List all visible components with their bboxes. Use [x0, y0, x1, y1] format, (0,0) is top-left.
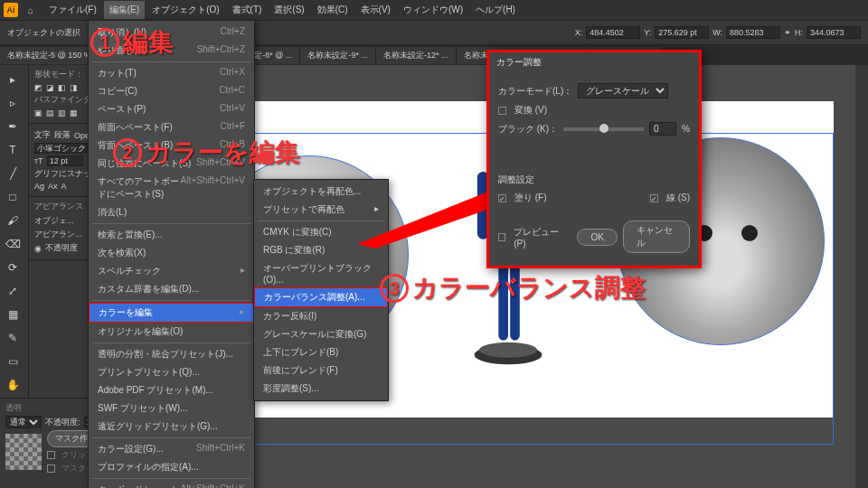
submenu-item[interactable]: 前後にブレンド(F) [254, 361, 388, 380]
menu-item[interactable]: 背面へペースト(B)Ctrl+B [89, 136, 254, 155]
pen-tool-icon[interactable]: ✒ [0, 116, 25, 137]
pathfinder-icon[interactable]: ◪ [46, 83, 54, 92]
menu-item[interactable]: 前面へペースト(F)Ctrl+F [89, 118, 254, 136]
preview-checkbox[interactable] [498, 233, 505, 241]
menu-item[interactable]: スペルチェック▸ [89, 262, 254, 280]
menu-item[interactable]: プリントプリセット(Q)... [89, 363, 254, 381]
black-slider[interactable] [563, 127, 644, 131]
menu-object[interactable]: オブジェクト(O) [146, 1, 224, 19]
rect-tool-icon[interactable]: □ [0, 186, 25, 208]
h-input[interactable] [807, 26, 861, 39]
menu-file[interactable]: ファイル(F) [43, 1, 102, 19]
eyedropper-tool-icon[interactable]: ✎ [0, 327, 25, 349]
opacity-label: 不透明度 [45, 242, 78, 254]
color-mode-select[interactable]: グレースケール [578, 83, 668, 99]
menu-item[interactable]: キーボードショートカット(K)...Alt+Shift+Ctrl+K [89, 481, 254, 488]
stroke-checkbox[interactable] [650, 194, 658, 202]
pathfinder-icon[interactable]: ◨ [70, 83, 78, 92]
submenu-item[interactable]: 上下にブレンド(B) [254, 343, 388, 361]
w-input[interactable] [726, 26, 780, 39]
black-label: ブラック (K)： [498, 123, 558, 136]
invert-checkbox[interactable] [47, 465, 55, 473]
char-tab[interactable]: 文字 [34, 129, 51, 141]
submenu-item[interactable]: カラーバランス調整(A)... [254, 287, 388, 307]
menu-item[interactable]: すべてのアートボードにペースト(S)Alt+Shift+Ctrl+V [89, 173, 254, 203]
menu-item[interactable]: 消去(L) [89, 203, 254, 221]
submenu-item[interactable]: グレースケールに変換(G) [254, 325, 388, 343]
y-label: Y: [644, 28, 651, 37]
brush-tool-icon[interactable]: 🖌 [0, 210, 25, 231]
submenu-item[interactable]: オーバープリントブラック(O)... [254, 259, 388, 287]
menu-select[interactable]: 選択(S) [269, 1, 309, 19]
menu-item[interactable]: Adobe PDF プリセット(M)... [89, 381, 254, 399]
menu-edit[interactable]: 編集(E) [104, 1, 145, 19]
y-input[interactable] [655, 26, 709, 39]
pathfinder-icon[interactable]: ◧ [58, 83, 66, 92]
ok-button[interactable]: OK [577, 229, 617, 246]
line-tool-icon[interactable]: ╱ [0, 163, 25, 184]
doc-tab[interactable]: 名称未設定-12* ... [376, 47, 457, 64]
menu-effect[interactable]: 効果(C) [312, 1, 354, 19]
clip-checkbox[interactable] [47, 451, 55, 459]
blend-mode-select[interactable]: 通常 [5, 416, 42, 428]
right-panel-dock[interactable] [855, 65, 868, 488]
selection-tool-icon[interactable]: ▸ [0, 69, 25, 90]
glyph-icon[interactable]: A [61, 182, 67, 191]
hand-tool-icon[interactable]: ✋ [0, 374, 25, 396]
home-icon[interactable]: ⌂ [24, 3, 38, 17]
svg-point-7 [479, 343, 537, 358]
menu-item[interactable]: カット(T)Ctrl+X [89, 64, 254, 82]
doc-tab[interactable]: 名称未設定-9* ... [300, 47, 376, 64]
menu-item[interactable]: カラー設定(G)...Shift+Ctrl+K [89, 440, 254, 458]
menu-type[interactable]: 書式(T) [227, 1, 268, 19]
glyph-icon[interactable]: Ag [34, 182, 44, 191]
menu-item[interactable]: SWF プリセット(W)... [89, 399, 254, 418]
glyph-icon[interactable]: Ax [48, 182, 58, 191]
fill-checkbox[interactable] [498, 194, 506, 202]
menu-item[interactable]: 次を検索(X) [89, 244, 254, 262]
menu-item[interactable]: 遠近グリッドプリセット(G)... [89, 418, 254, 436]
percent-label: % [682, 124, 690, 134]
menu-item[interactable]: オリジナルを編集(O) [89, 323, 254, 341]
artboard-tool-icon[interactable]: ▭ [0, 351, 25, 372]
convert-label: 変換 (V) [514, 104, 547, 117]
menu-item[interactable]: 同じ位置にペースト(S)Shift+Ctrl+V [89, 155, 254, 173]
menu-view[interactable]: 表示(V) [355, 1, 396, 19]
para-tab[interactable]: 段落 [54, 129, 71, 141]
menu-item[interactable]: 検索と置換(E)... [89, 226, 254, 244]
menu-help[interactable]: ヘルプ(H) [470, 1, 521, 19]
menu-window[interactable]: ウィンドウ(W) [398, 1, 468, 19]
black-value-input[interactable] [649, 122, 676, 136]
pathfinder-icon[interactable]: ▣ [34, 108, 42, 117]
menu-item[interactable]: プロファイルの指定(A)... [89, 458, 254, 476]
convert-checkbox[interactable] [498, 107, 506, 115]
menu-item[interactable]: コピー(C)Ctrl+C [89, 82, 254, 100]
gradient-tool-icon[interactable]: ▦ [0, 304, 25, 325]
scale-tool-icon[interactable]: ⤢ [0, 280, 25, 302]
preview-label: プレビュー (P) [514, 226, 566, 249]
mask-thumbnail[interactable] [5, 434, 42, 470]
pathfinder-icon[interactable]: ▦ [70, 108, 78, 117]
menu-item[interactable]: やり直し(R)Shift+Ctrl+Z [89, 42, 254, 60]
eraser-tool-icon[interactable]: ⌫ [0, 233, 25, 255]
pathfinder-icon[interactable]: ▤ [46, 108, 54, 117]
link-icon[interactable]: ⚭ [784, 28, 791, 37]
submenu-item[interactable]: 彩度調整(S)... [254, 380, 388, 398]
menu-item[interactable]: ペースト(P)Ctrl+V [89, 100, 254, 118]
submenu-item[interactable]: カラー反転(I) [254, 307, 388, 325]
font-size-input[interactable] [47, 155, 83, 166]
h-label: H: [795, 28, 803, 37]
menu-item[interactable]: 取り消し(U)Ctrl+Z [89, 23, 254, 42]
selection-label: オブジェクトの選択 [7, 27, 80, 39]
pathfinder-icon[interactable]: ▥ [58, 108, 66, 117]
x-input[interactable] [586, 26, 640, 39]
color-mode-label: カラーモード(L)： [498, 85, 572, 98]
cancel-button[interactable]: キャンセル [623, 221, 690, 253]
pathfinder-icon[interactable]: ◩ [34, 83, 42, 92]
rotate-tool-icon[interactable]: ⟳ [0, 257, 25, 278]
menu-item[interactable]: 透明の分割・統合プリセット(J)... [89, 345, 254, 363]
type-tool-icon[interactable]: T [0, 139, 25, 161]
menu-item[interactable]: カラーを編集▸ [89, 303, 254, 323]
direct-select-tool-icon[interactable]: ▹ [0, 92, 25, 114]
menu-item[interactable]: カスタム辞書を編集(D)... [89, 280, 254, 298]
